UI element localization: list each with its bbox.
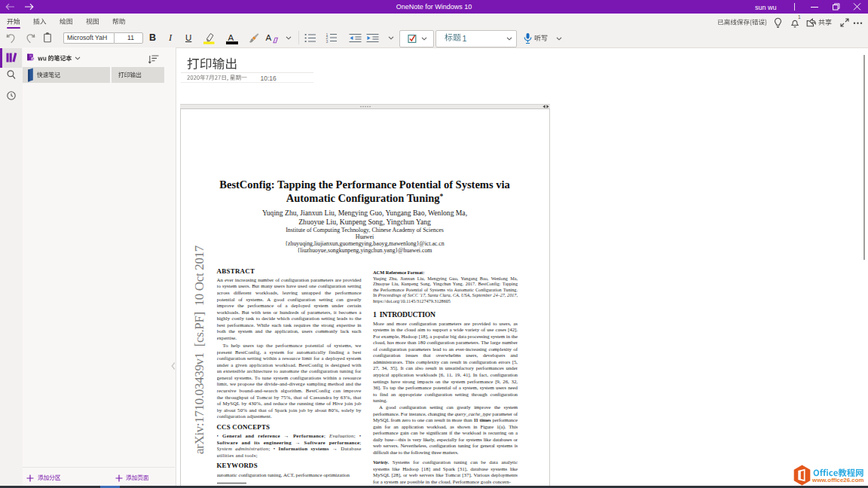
- svg-text:3: 3: [326, 39, 329, 44]
